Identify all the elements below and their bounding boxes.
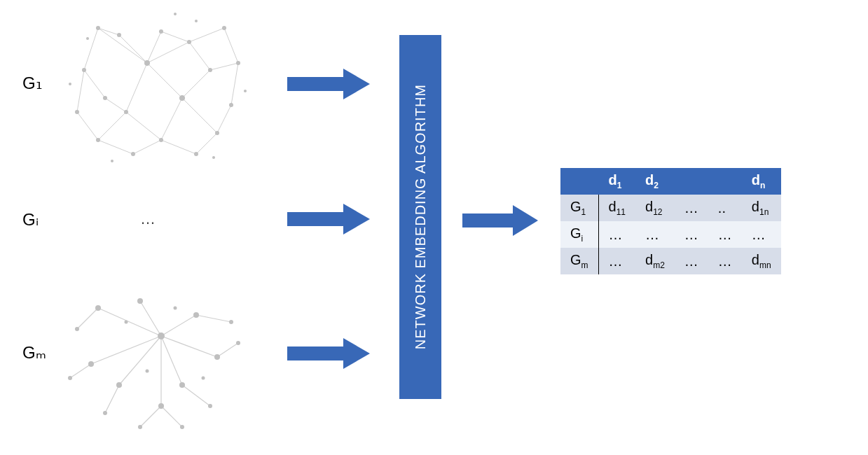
svg-point-39 [103,96,107,100]
svg-point-53 [212,156,215,159]
svg-point-30 [187,40,191,44]
svg-line-55 [91,336,161,364]
svg-marker-92 [287,204,370,234]
svg-line-1 [147,42,189,63]
svg-point-47 [86,37,89,40]
svg-line-65 [77,308,98,329]
svg-point-43 [159,29,163,34]
diagram-stage: G₁ Gᵢ Gₘ [0,0,868,455]
svg-point-72 [88,361,94,367]
svg-point-31 [124,110,128,114]
svg-line-66 [217,343,238,357]
svg-line-21 [161,31,189,42]
svg-point-84 [68,376,72,380]
svg-line-2 [126,63,147,112]
network-graph-gm [56,280,259,441]
table-cell: … [635,221,675,248]
svg-point-80 [103,411,107,415]
table-header-cell: dn [742,168,781,195]
svg-point-32 [179,95,185,101]
svg-line-7 [126,112,161,140]
svg-point-36 [159,138,163,142]
table-cell: dmn [742,248,781,274]
svg-point-79 [208,404,212,408]
arrow-right-icon [287,66,371,102]
svg-point-51 [174,13,177,15]
table-header-row: d1 d2 dn [560,168,781,195]
svg-line-10 [84,28,98,70]
svg-point-33 [208,68,212,72]
table-cell: … [598,248,635,274]
svg-point-74 [193,312,199,318]
svg-line-26 [217,105,231,133]
svg-line-11 [84,70,105,98]
table-cell: .. [708,195,742,221]
arrow-right-icon [287,336,371,371]
svg-line-62 [182,385,210,406]
svg-point-48 [195,20,198,22]
svg-line-8 [189,28,224,42]
svg-point-44 [117,33,121,37]
svg-point-38 [82,68,86,72]
svg-point-77 [137,298,143,304]
table-header-cell: d2 [635,168,675,195]
svg-line-60 [140,301,161,336]
svg-point-34 [215,131,219,135]
svg-line-13 [161,140,196,154]
svg-point-88 [174,307,177,310]
svg-line-12 [105,98,126,112]
svg-line-23 [119,35,147,63]
svg-point-81 [229,320,233,324]
table-header-cell [708,168,742,195]
table-header-cell: d1 [598,168,635,195]
table-cell: Gi [560,221,598,248]
table-cell: d12 [635,195,675,221]
svg-line-25 [98,140,133,154]
svg-line-63 [105,385,119,413]
svg-point-52 [111,160,113,162]
svg-line-3 [147,63,182,98]
svg-point-76 [179,382,185,388]
table-header-cell [560,168,598,195]
svg-line-64 [196,315,231,322]
svg-line-54 [98,308,161,336]
svg-point-42 [75,110,79,114]
table-row: Gm … dm2 … … dmn [560,248,781,274]
svg-line-5 [182,98,217,133]
svg-line-67 [70,364,91,378]
table-cell: … [675,195,708,221]
svg-line-4 [182,70,210,98]
svg-line-58 [161,336,217,357]
svg-line-6 [98,112,126,140]
table-cell: dm2 [635,248,675,274]
label-g1: G₁ [22,74,43,93]
svg-line-15 [161,98,182,140]
svg-point-85 [138,425,142,429]
table-cell: … [742,221,781,248]
svg-line-17 [210,63,238,70]
svg-line-68 [140,406,161,427]
svg-point-37 [222,26,226,30]
table-row: Gi … … … … … [560,221,781,248]
svg-marker-93 [287,338,370,369]
label-gi: Gᵢ [22,210,39,230]
svg-line-9 [189,42,210,70]
table-cell: … [708,248,742,274]
arrow-right-icon [462,203,539,238]
table-cell: … [675,248,708,274]
svg-line-19 [77,112,98,140]
svg-point-89 [202,377,205,380]
svg-point-28 [96,26,100,30]
svg-point-29 [144,60,150,66]
table-cell: G1 [560,195,598,221]
network-graph-g1 [56,0,259,175]
placeholder-ellipsis: … [140,210,157,228]
svg-point-45 [131,152,135,156]
table-row: G1 d11 d12 … .. d1n [560,195,781,221]
svg-line-14 [196,133,217,154]
svg-line-18 [77,70,84,112]
svg-marker-94 [462,205,538,236]
svg-line-22 [98,28,119,35]
table-cell: … [708,221,742,248]
svg-line-57 [161,315,196,336]
